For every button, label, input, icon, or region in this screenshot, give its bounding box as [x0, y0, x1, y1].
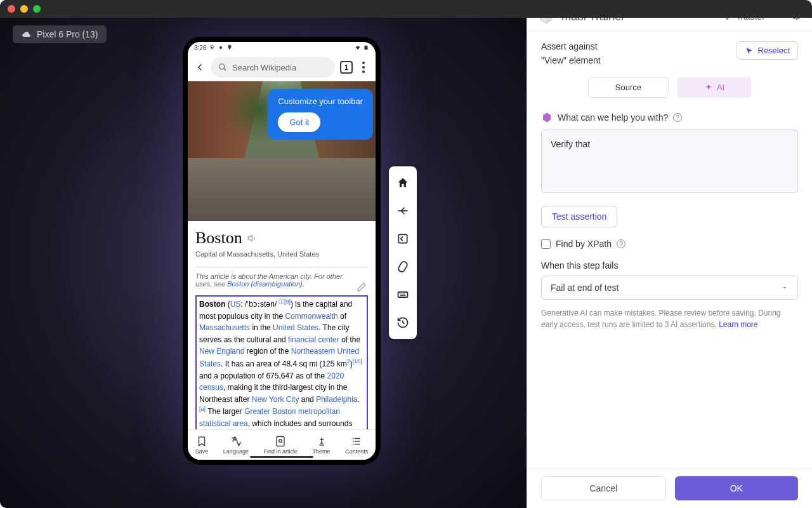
sparkle-icon	[704, 83, 713, 92]
svg-rect-5	[398, 234, 407, 243]
fail-behavior-select[interactable]: Fail at end of test	[541, 276, 798, 300]
search-icon	[218, 63, 227, 72]
reselect-button[interactable]: Reselect	[737, 41, 798, 60]
status-time: 3:26	[194, 44, 206, 51]
tab-language[interactable]: Language	[223, 436, 249, 455]
emulator-controls	[389, 166, 417, 339]
cursor-icon	[745, 46, 754, 55]
edit-icon[interactable]	[357, 282, 367, 292]
history-button[interactable]	[389, 311, 417, 334]
tooltip-popup: Customize your toolbar Got it	[268, 89, 373, 140]
article-subtitle: Capital of Massachusetts, United States	[195, 250, 368, 258]
dot-icon	[218, 44, 224, 51]
test-assertion-button[interactable]: Test assertion	[541, 206, 617, 227]
article-title: Boston	[195, 229, 242, 248]
tab-theme[interactable]: Theme	[313, 436, 331, 455]
overflow-menu[interactable]	[358, 62, 369, 73]
home-button[interactable]	[389, 171, 417, 194]
home-indicator[interactable]	[250, 456, 313, 458]
hexagon-icon	[541, 112, 553, 123]
cloud-icon	[22, 29, 32, 39]
tooltip-dismiss-button[interactable]: Got it	[278, 112, 320, 132]
disclaimer-text: Generative AI can make mistakes. Please …	[541, 307, 798, 330]
search-input[interactable]: Search Wikipedia	[211, 57, 335, 77]
find-by-xpath-checkbox[interactable]	[541, 239, 551, 249]
wiki-header: Search Wikipedia 1	[188, 53, 376, 81]
tab-find[interactable]: Find in article	[263, 436, 298, 455]
search-placeholder: Search Wikipedia	[232, 63, 296, 72]
find-by-xpath-label: Find by XPath	[556, 239, 612, 249]
svg-rect-3	[277, 436, 284, 446]
keyboard-button[interactable]	[389, 283, 417, 306]
svg-point-9	[727, 18, 728, 19]
status-bar: 3:26	[188, 42, 376, 53]
svg-point-1	[219, 46, 222, 49]
help-label: What can we help you with?	[558, 112, 668, 123]
help-tooltip-icon[interactable]: ?	[673, 113, 682, 122]
language-icon	[230, 436, 242, 447]
back-button[interactable]	[194, 62, 206, 73]
rotate-button[interactable]	[389, 255, 417, 278]
find-icon	[275, 436, 286, 447]
article-body: Boston Capital of Massachusetts, United …	[188, 221, 376, 429]
ok-button[interactable]: OK	[675, 476, 799, 500]
cancel-button[interactable]: Cancel	[541, 476, 666, 500]
learn-more-link[interactable]: Learn more	[719, 320, 757, 329]
xpath-help-icon[interactable]: ?	[617, 239, 625, 248]
chevron-down-icon	[781, 284, 789, 291]
gear-icon	[209, 44, 215, 51]
tab-ai[interactable]: AI	[678, 77, 751, 98]
svg-point-2	[219, 64, 225, 69]
phone-frame: 3:26	[183, 37, 381, 465]
phone-screen[interactable]: 3:26	[188, 42, 376, 460]
tab-contents[interactable]: Contents	[345, 436, 368, 455]
pin-icon	[226, 44, 233, 51]
emulator-viewport: Pixel 6 Pro (13) 3:26	[0, 0, 527, 508]
trainer-panel: mabl Trainer master Assert against "View…	[527, 0, 812, 508]
device-badge[interactable]: Pixel 6 Pro (13)	[13, 25, 107, 43]
overview-button[interactable]	[389, 227, 417, 250]
minimize-window[interactable]	[20, 5, 28, 13]
close-window[interactable]	[8, 5, 15, 13]
wifi-icon	[355, 44, 361, 51]
tab-save[interactable]: Save	[195, 436, 209, 455]
svg-rect-6	[398, 260, 409, 272]
assert-target: "View" element	[541, 55, 601, 65]
maximize-window[interactable]	[33, 5, 41, 13]
back-button-emulator[interactable]	[389, 199, 417, 222]
battery-icon	[363, 44, 369, 51]
bottom-nav: Save Language Find in article Theme Cont…	[188, 429, 376, 460]
assert-against-label: Assert against	[541, 41, 601, 51]
article-text-selected[interactable]: Boston (US: /ˈbɔːstən/ ⓘ[9]) is the capi…	[195, 295, 368, 429]
fail-section-label: When this step fails	[541, 260, 798, 271]
disambiguation-note: This article is about the American city.…	[195, 272, 368, 288]
contents-icon	[351, 436, 362, 447]
tab-source[interactable]: Source	[588, 77, 669, 98]
hero-image: Customize your toolbar Got it	[188, 81, 376, 221]
disambiguation-link[interactable]: Boston (disambiguation)	[227, 280, 303, 288]
speaker-icon[interactable]	[247, 233, 258, 243]
tabs-button[interactable]: 1	[340, 61, 353, 74]
bookmark-icon	[196, 436, 207, 447]
tooltip-text: Customize your toolbar	[278, 97, 363, 106]
assertion-input[interactable]: Verify that	[541, 130, 798, 193]
titlebar	[0, 0, 812, 18]
device-name: Pixel 6 Pro (13)	[37, 29, 98, 39]
divider	[195, 267, 368, 267]
theme-icon	[316, 436, 327, 447]
